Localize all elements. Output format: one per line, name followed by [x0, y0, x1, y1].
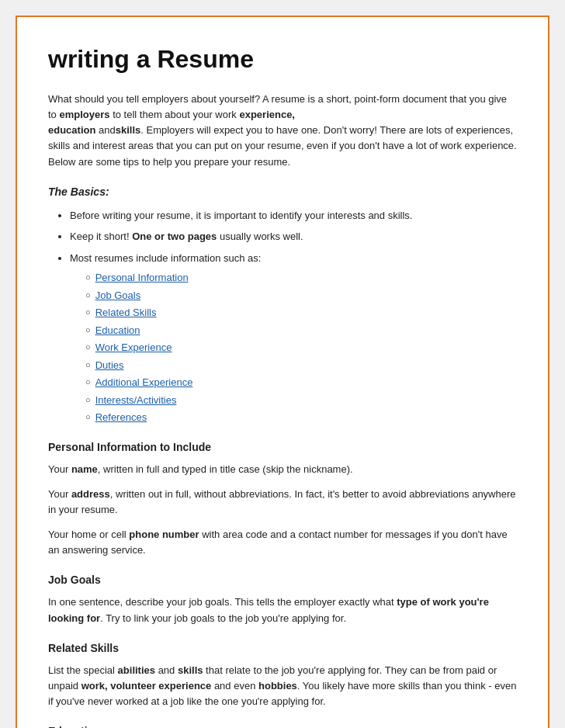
- personal-info-phone-para: Your home or cell phone number with area…: [48, 527, 517, 558]
- main-bullet-list: Before writing your resume, it is import…: [70, 208, 517, 425]
- skills-text-bold: skills: [178, 664, 203, 676]
- work-volunteer-bold: work, volunteer experience: [81, 680, 212, 692]
- personal-info-address-para: Your address, written out in full, witho…: [48, 487, 517, 518]
- sub-item-work-experience: Work Experience: [85, 340, 517, 355]
- intro-paragraph: What should you tell employers about you…: [48, 92, 517, 170]
- type-of-work-bold: type of work you're looking for: [48, 596, 489, 623]
- personal-info-name-para: Your name, written in full and typed in …: [48, 462, 517, 477]
- sub-item-additional-experience: Additional Experience: [85, 375, 517, 390]
- related-skills-heading: Related Skills: [48, 640, 517, 657]
- employers-bold: employers: [59, 109, 109, 120]
- work-experience-link[interactable]: Work Experience: [95, 340, 172, 355]
- job-goals-link[interactable]: Job Goals: [95, 288, 141, 303]
- skills-bold: skills: [116, 124, 141, 136]
- job-goals-para: In one sentence, describe your job goals…: [48, 595, 517, 626]
- education-link[interactable]: Education: [95, 323, 140, 338]
- one-or-two-pages-bold: One or two pages: [132, 231, 217, 242]
- education-bold: education: [48, 124, 95, 136]
- sub-item-related-skills: Related Skills: [85, 305, 517, 321]
- job-goals-heading: Job Goals: [48, 572, 517, 588]
- page-title: writing a Resume: [48, 40, 517, 78]
- page-container: writing a Resume What should you tell em…: [16, 16, 549, 728]
- sub-item-references: References: [85, 410, 517, 425]
- name-bold: name: [71, 463, 98, 475]
- personal-info-heading: Personal Information to Include: [48, 439, 517, 456]
- references-link[interactable]: References: [95, 410, 147, 425]
- experience-bold: experience,: [239, 109, 295, 120]
- hobbies-bold: hobbies: [258, 680, 297, 692]
- sub-item-list: Personal Information Job Goals Related S…: [85, 270, 517, 425]
- bullet-item-2: Keep it short! One or two pages usually …: [70, 229, 517, 244]
- sub-item-interests-activities: Interests/Activities: [85, 393, 517, 408]
- education-heading: Education: [48, 723, 517, 728]
- interests-activities-link[interactable]: Interests/Activities: [95, 393, 177, 408]
- sub-item-education: Education: [85, 323, 517, 338]
- address-bold: address: [71, 488, 110, 500]
- bullet-item-1: Before writing your resume, it is import…: [70, 208, 517, 224]
- sub-item-personal-info: Personal Information: [85, 270, 517, 286]
- duties-link[interactable]: Duties: [95, 358, 124, 373]
- personal-info-link[interactable]: Personal Information: [95, 270, 189, 286]
- phone-number-bold: phone number: [129, 529, 199, 540]
- basics-heading: The Basics:: [48, 184, 517, 200]
- sub-item-job-goals: Job Goals: [85, 288, 517, 303]
- bullet-item-3: Most resumes include information such as…: [70, 251, 517, 425]
- abilities-bold: abilities: [118, 664, 155, 676]
- related-skills-para: List the special abilities and skills th…: [48, 663, 517, 709]
- related-skills-link[interactable]: Related Skills: [95, 305, 157, 321]
- additional-experience-link[interactable]: Additional Experience: [95, 375, 193, 390]
- sub-item-duties: Duties: [85, 358, 517, 373]
